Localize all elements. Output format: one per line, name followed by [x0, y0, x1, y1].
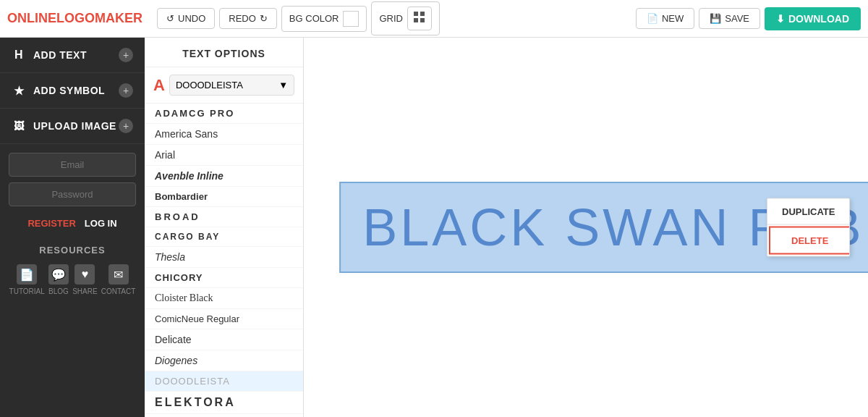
- bg-color-control[interactable]: BG COLOR: [281, 6, 367, 32]
- bg-color-swatch[interactable]: [343, 11, 359, 27]
- save-icon: 💾: [710, 13, 721, 24]
- auth-inputs: [0, 144, 145, 215]
- font-item[interactable]: Thesla: [145, 247, 303, 268]
- font-dropdown[interactable]: DOOODLEISTA ▼: [169, 75, 294, 96]
- grid-control[interactable]: GRID: [371, 1, 440, 35]
- resource-contact[interactable]: ✉ CONTACT: [101, 264, 136, 295]
- sidebar-item-upload-image[interactable]: 🖼 UPLOAD IMAGE +: [0, 109, 145, 144]
- upload-image-label: UPLOAD IMAGE: [33, 120, 116, 132]
- font-list[interactable]: ADAMCG PROAmerica SansArialAvenble Inlin…: [145, 104, 303, 417]
- blog-icon: 💬: [48, 264, 69, 285]
- add-symbol-label: ADD SYMBOL: [33, 85, 105, 96]
- svg-rect-2: [414, 18, 418, 22]
- resources-heading: RESOURCES: [0, 235, 145, 260]
- undo-icon: ↺: [166, 13, 174, 24]
- svg-rect-3: [420, 18, 425, 22]
- dropdown-arrow-icon: ▼: [278, 80, 288, 90]
- font-item[interactable]: Cloister Black: [145, 288, 303, 309]
- new-button[interactable]: 📄 NEW: [636, 8, 694, 29]
- undo-button[interactable]: ↺ UNDO: [157, 8, 215, 29]
- font-item[interactable]: CHICORY: [145, 268, 303, 288]
- grid-label: GRID: [379, 13, 403, 24]
- save-label: SAVE: [725, 13, 749, 24]
- font-item[interactable]: America Sans: [145, 124, 303, 145]
- font-item[interactable]: Avenble Inline: [145, 166, 303, 187]
- font-item[interactable]: Delicate: [145, 329, 303, 350]
- new-label: NEW: [662, 13, 684, 24]
- font-panel: TEXT OPTIONS A DOOODLEISTA ▼ ADAMCG PROA…: [145, 38, 304, 417]
- contact-label: CONTACT: [101, 287, 136, 295]
- tutorial-label: TUTORIAL: [9, 287, 45, 295]
- redo-icon: ↻: [260, 13, 268, 24]
- font-panel-title: TEXT OPTIONS: [145, 38, 303, 67]
- bg-color-label: BG COLOR: [289, 13, 339, 24]
- font-item[interactable]: ADAMCG PRO: [145, 104, 303, 124]
- font-item[interactable]: Diogenes: [145, 350, 303, 371]
- share-icon: ♥: [75, 264, 95, 285]
- upload-image-plus-icon[interactable]: +: [119, 119, 133, 133]
- logo-logo: LOGO: [56, 11, 95, 25]
- download-icon: ⬇: [776, 13, 785, 25]
- tutorial-icon: 📄: [17, 264, 37, 285]
- grid-icon[interactable]: [407, 7, 432, 30]
- password-field[interactable]: [9, 182, 136, 206]
- add-text-plus-icon[interactable]: +: [119, 48, 133, 62]
- new-icon: 📄: [647, 13, 658, 24]
- register-link[interactable]: REGISTER: [27, 218, 75, 229]
- font-item[interactable]: CARGO BAY: [145, 227, 303, 247]
- grid-svg: [414, 12, 425, 23]
- redo-button[interactable]: REDO ↻: [219, 8, 277, 29]
- logo: ONLINELOGOMAKER: [7, 11, 142, 26]
- logo-maker: MAKER: [95, 11, 142, 25]
- download-button[interactable]: ⬇ DOWNLOAD: [765, 7, 861, 30]
- topbar: ONLINELOGOMAKER ↺ UNDO REDO ↻ BG COLOR G…: [0, 0, 868, 38]
- delete-button[interactable]: DELETE: [769, 227, 850, 255]
- add-text-label: ADD TEXT: [33, 49, 87, 61]
- duplicate-button[interactable]: DUPLICATE: [767, 199, 849, 225]
- resource-share[interactable]: ♥ SHARE: [72, 264, 97, 295]
- font-item[interactable]: BROAD: [145, 207, 303, 227]
- font-item[interactable]: ComicNeue Regular: [145, 309, 303, 329]
- email-field[interactable]: [9, 153, 136, 177]
- font-item[interactable]: DOOODLEISTA: [145, 371, 303, 392]
- undo-label: UNDO: [178, 13, 205, 24]
- text-icon: H: [12, 48, 26, 62]
- topbar-right: 📄 NEW 💾 SAVE ⬇ DOWNLOAD: [636, 7, 861, 30]
- left-sidebar: H ADD TEXT + ★ ADD SYMBOL + 🖼 UPLOAD IMA…: [0, 38, 145, 417]
- font-item[interactable]: ELEKTORA: [145, 392, 303, 414]
- sidebar-item-add-text[interactable]: H ADD TEXT +: [0, 38, 145, 73]
- resources-icons: 📄 TUTORIAL 💬 BLOG ♥ SHARE ✉ CONTACT: [0, 260, 145, 300]
- download-label: DOWNLOAD: [788, 13, 849, 25]
- font-selector: A DOOODLEISTA ▼: [145, 67, 303, 104]
- resource-blog[interactable]: 💬 BLOG: [48, 264, 69, 295]
- canvas-background: BLACK SWAN PUB DUPLICATE DELETE: [304, 38, 868, 417]
- login-link[interactable]: LOG IN: [85, 218, 117, 229]
- save-button[interactable]: 💾 SAVE: [699, 8, 760, 29]
- font-item[interactable]: Eskargot: [145, 414, 303, 417]
- font-a-label: A: [153, 76, 165, 95]
- blog-label: BLOG: [48, 287, 69, 295]
- svg-rect-1: [420, 12, 425, 16]
- sidebar-item-add-symbol[interactable]: ★ ADD SYMBOL +: [0, 73, 145, 109]
- font-item[interactable]: Bombardier: [145, 187, 303, 207]
- image-icon: 🖼: [12, 119, 26, 133]
- topbar-actions: ↺ UNDO REDO ↻ BG COLOR GRID: [157, 1, 440, 35]
- font-item[interactable]: Arial: [145, 145, 303, 166]
- logo-online: ONLINE: [7, 11, 56, 25]
- share-label: SHARE: [72, 287, 97, 295]
- auth-links: REGISTER LOG IN: [0, 215, 145, 235]
- context-menu: DUPLICATE DELETE: [767, 198, 850, 257]
- add-symbol-plus-icon[interactable]: +: [119, 83, 133, 98]
- font-dropdown-label: DOOODLEISTA: [176, 80, 243, 90]
- canvas-area[interactable]: BLACK SWAN PUB DUPLICATE DELETE: [304, 38, 868, 417]
- contact-icon: ✉: [109, 264, 129, 285]
- main-area: H ADD TEXT + ★ ADD SYMBOL + 🖼 UPLOAD IMA…: [0, 38, 868, 417]
- svg-rect-0: [414, 12, 418, 16]
- resource-tutorial[interactable]: 📄 TUTORIAL: [9, 264, 45, 295]
- redo-label: REDO: [229, 13, 256, 24]
- star-icon: ★: [12, 83, 26, 98]
